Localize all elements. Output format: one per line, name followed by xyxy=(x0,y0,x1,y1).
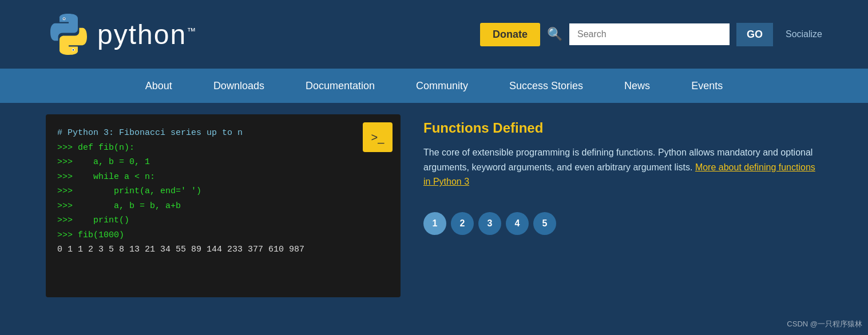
code-line-6: >>> a, b = b, a+b xyxy=(57,199,389,214)
search-input[interactable] xyxy=(569,23,730,45)
pagination: 1 2 3 4 5 xyxy=(423,212,822,235)
nav-item-downloads[interactable]: Downloads xyxy=(193,69,285,103)
code-line-2: >>> def fib(n): xyxy=(57,141,389,155)
python-wordmark: python™ xyxy=(97,19,197,50)
go-button[interactable]: GO xyxy=(736,23,773,46)
code-line-1: # Python 3: Fibonacci series up to n xyxy=(57,126,389,141)
logo-area: python™ xyxy=(46,11,197,57)
code-line-9: 0 1 1 2 3 5 8 13 21 34 55 89 144 233 377… xyxy=(57,242,389,257)
donate-button[interactable]: Donate xyxy=(480,23,540,46)
nav-item-success-stories[interactable]: Success Stories xyxy=(489,69,604,103)
code-line-5: >>> print(a, end=' ') xyxy=(57,184,389,199)
page-button-2[interactable]: 2 xyxy=(451,212,474,235)
terminal-button[interactable]: >_ xyxy=(363,122,393,152)
svg-point-3 xyxy=(73,49,74,50)
header: python™ Donate 🔍 GO Socialize xyxy=(0,0,868,69)
nav-item-events[interactable]: Events xyxy=(671,69,743,103)
code-line-7: >>> print() xyxy=(57,213,389,228)
search-icon: 🔍 xyxy=(547,27,562,41)
feature-description: The core of extensible programming is de… xyxy=(423,145,822,189)
code-block: >_ # Python 3: Fibonacci series up to n … xyxy=(46,114,401,297)
python-logo-icon xyxy=(46,11,92,57)
main-nav: About Downloads Documentation Community … xyxy=(0,69,868,103)
nav-item-community[interactable]: Community xyxy=(395,69,489,103)
page-button-5[interactable]: 5 xyxy=(533,212,556,235)
main-content: >_ # Python 3: Fibonacci series up to n … xyxy=(0,114,868,297)
code-content: # Python 3: Fibonacci series up to n >>>… xyxy=(57,126,389,257)
page-button-1[interactable]: 1 xyxy=(423,212,446,235)
code-line-4: >>> while a < n: xyxy=(57,170,389,185)
right-panel: Functions Defined The core of extensible… xyxy=(423,114,822,241)
socialize-label: Socialize xyxy=(786,29,822,39)
watermark: CSDN @一只程序猿林 xyxy=(787,319,862,329)
page-button-3[interactable]: 3 xyxy=(478,212,501,235)
feature-title: Functions Defined xyxy=(423,120,822,136)
nav-item-about[interactable]: About xyxy=(125,69,193,103)
terminal-icon: >_ xyxy=(371,131,385,144)
nav-item-documentation[interactable]: Documentation xyxy=(285,69,395,103)
nav-item-news[interactable]: News xyxy=(604,69,671,103)
code-line-3: >>> a, b = 0, 1 xyxy=(57,155,389,170)
code-line-8: >>> fib(1000) xyxy=(57,228,389,243)
page-button-4[interactable]: 4 xyxy=(506,212,529,235)
header-right: Donate 🔍 GO Socialize xyxy=(480,23,822,46)
svg-point-1 xyxy=(64,18,65,19)
search-icon-button[interactable]: 🔍 xyxy=(547,27,562,42)
